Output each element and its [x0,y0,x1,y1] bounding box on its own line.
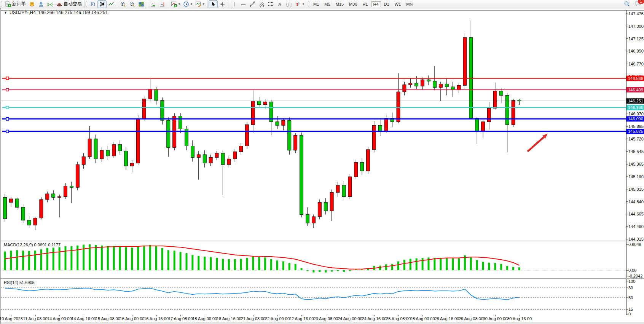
svg-text:146.251: 146.251 [628,99,643,103]
timeframe-button-M30[interactable]: M30 [347,1,359,7]
chart-shift-button[interactable] [158,0,167,8]
channel-tool[interactable]: E [257,0,266,8]
vertical-line-icon [231,1,237,7]
text-label-tool[interactable]: T [284,0,293,8]
chart-window[interactable]: ▼ USDJPY-,H4 146.266 146.275 146.199 146… [0,8,644,324]
vertical-line-tool[interactable] [230,0,239,8]
arrows-tool[interactable]: ▾ [293,0,306,8]
bar-chart-button[interactable] [88,0,97,8]
macd-label: MACD(12,26,9) 0.0691 0.1177 [4,243,61,247]
notification-badge: 1 [638,0,644,4]
templates-button[interactable]: ▾ [194,0,206,8]
fibonacci-tool[interactable]: F [266,0,275,8]
price-hline[interactable] [2,88,626,91]
toolbar-grip [308,2,309,7]
cursor-tool-button[interactable] [209,0,218,8]
svg-text:147.475: 147.475 [628,11,644,16]
time-axis[interactable]: 10 Aug 202311 Aug 08:0014 Aug 00:0014 Au… [1,315,644,322]
timeframe-button-M1[interactable]: M1 [311,1,321,7]
price-axis-label: 146.409 [626,87,644,93]
time-axis-label: 16 Aug 16:00 [144,316,169,321]
time-axis-label: 18 Aug 00:00 [192,316,217,321]
zoom-in-button[interactable] [118,0,128,8]
chart-shift-icon [159,1,165,7]
price-chart-panel[interactable]: 147.475147.300147.125146.950146.770146.5… [1,8,644,241]
time-axis-label: 22 Aug 00:00 [265,316,290,321]
chart-quote-ohlc: 146.266 146.275 146.199 146.251 [38,10,108,15]
candlestick-chart-button[interactable] [97,0,107,8]
timeframe-button-H4[interactable]: H4 [371,1,381,7]
toolbar-group-insert: ▾ ▾ ▾ [168,0,207,8]
svg-text:E: E [263,5,264,7]
tile-windows-button[interactable] [137,0,146,8]
timeframe-button-M5[interactable]: M5 [322,1,332,7]
toolbar-grip [1,2,2,7]
timeframe-button-M15[interactable]: M15 [333,1,346,7]
price-hline[interactable] [2,130,626,133]
macd-panel[interactable]: 0.60480.00-0.2042MACD(12,26,9) 0.0691 0.… [1,241,644,278]
dropdown-arrow: ▾ [179,2,180,6]
window-bottom-edge [1,322,644,324]
periods-button[interactable]: ▾ [182,0,194,8]
collapse-icon[interactable]: ▼ [4,11,7,14]
svg-text:145.015: 145.015 [628,187,644,192]
auto-trading-button[interactable]: 自动交易 [55,0,83,8]
new-order-label: 新订单 [12,1,26,7]
signal-icon [47,1,53,7]
dropdown-arrow: ▾ [191,2,192,6]
trendline-tool[interactable] [248,0,257,8]
horizontal-line-tool[interactable] [239,0,248,8]
timeframe-button-D1[interactable]: D1 [382,1,392,7]
svg-text:15: 15 [628,307,633,311]
price-hline[interactable] [2,118,626,120]
chart-title: ▼ USDJPY-,H4 146.266 146.275 146.199 146… [4,10,108,15]
price-axis-label: 146.569 [626,76,644,81]
time-axis-label: 21 Aug 08:00 [241,316,266,321]
template-icon [195,1,201,7]
auto-scroll-button[interactable] [148,0,158,8]
toolbar-group-objects: E F A T ▾ [228,0,307,8]
time-axis-label: 23 Aug 08:00 [313,316,338,321]
community-button[interactable] [37,0,46,8]
time-axis-label: 15 Aug 08:00 [96,316,120,321]
svg-text:146.000: 146.000 [628,117,643,121]
timeframe-button-H1[interactable]: H1 [360,1,370,7]
line-chart-button[interactable] [107,0,116,8]
toolbar-group-scroll [147,0,168,8]
crosshair-icon [219,1,225,7]
svg-text:144.490: 144.490 [628,224,644,229]
toolbar-group-zoom [117,0,147,8]
indicators-button[interactable]: ▾ [169,0,182,8]
svg-text:146.950: 146.950 [628,49,644,53]
time-axis-label: 24 Aug 00:00 [338,316,362,321]
new-order-button[interactable]: 新订单 [3,0,27,8]
timeframe-button-MN[interactable]: MN [404,1,415,7]
svg-text:145.895: 145.895 [628,124,644,129]
search-icon [624,1,630,7]
svg-text:144.315: 144.315 [628,237,644,241]
zoom-out-button[interactable] [128,0,137,8]
rsi-panel[interactable]: 1008050150RSI(14) 51.6905 [1,279,644,315]
candlesticks [3,21,521,230]
svg-text:147.300: 147.300 [628,24,644,29]
crosshair-tool-button[interactable] [218,0,227,8]
timeframe-button-W1[interactable]: W1 [392,1,403,7]
rsi-label: RSI(14) 51.6905 [4,280,35,285]
tile-windows-icon [138,1,144,7]
zoom-in-icon [120,1,126,7]
market-button[interactable] [27,0,37,8]
price-hline[interactable] [2,77,626,80]
price-hline[interactable] [2,106,626,109]
hat-icon [56,1,62,7]
svg-text:144.665: 144.665 [628,212,644,216]
channel-icon: E [258,1,265,7]
annotation-arrow[interactable] [528,134,548,152]
search-button[interactable] [622,0,632,8]
price-axis-label: 146.160 [626,105,644,110]
time-axis-label: 10 Aug 2023 [0,316,23,321]
text-tool[interactable]: A [275,0,284,8]
signals-button[interactable] [46,0,55,8]
chat-button[interactable]: 1 [635,0,642,8]
svg-text:0.00: 0.00 [628,268,636,273]
svg-text:50: 50 [628,295,633,300]
